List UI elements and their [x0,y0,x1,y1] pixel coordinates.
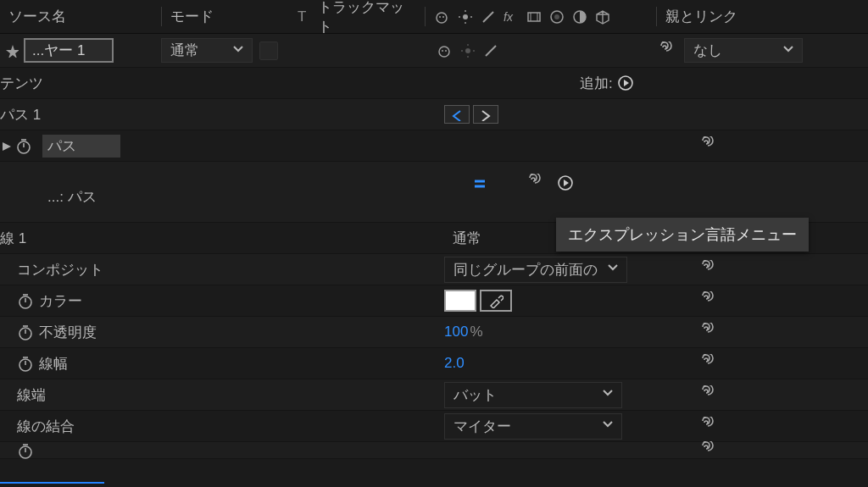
chevron-down-icon [783,46,793,56]
property-link-icon[interactable] [698,417,717,435]
property-link-icon[interactable] [698,385,717,404]
next-keyframe-button[interactable] [473,105,498,124]
composite-value: 同じグループの前面の [453,260,598,279]
color-row: カラー [0,285,868,317]
time-indicator-line [0,482,868,484]
line-join-value: マイター [453,417,511,436]
line-cap-dropdown[interactable]: バット [444,382,622,408]
col-source-name-label: ソース名 [8,7,66,26]
stopwatch-icon[interactable] [17,442,34,459]
quality-switch[interactable] [482,42,499,59]
col-track-matte-label: トラックマット [318,0,416,36]
shy-switch[interactable] [437,42,453,59]
blend-mode-dropdown[interactable]: 通常 [161,38,253,63]
line-join-dropdown[interactable]: マイター [444,413,622,440]
line-cap-value: バット [453,385,497,405]
parent-dropdown[interactable]: なし [684,38,803,63]
stroke-mode-dropdown[interactable]: 通常 [444,226,580,251]
col-mode-label: モード [170,7,214,26]
property-link-icon[interactable] [698,260,717,279]
composite-dropdown[interactable]: 同じグループの前面の [444,257,627,283]
contents-label: テンツ [0,74,580,93]
stopwatch-icon[interactable] [17,324,34,340]
path-group-row[interactable]: パス 1 [0,99,868,130]
stroke-width-label: 線幅 [39,354,68,374]
fx-icon [503,8,520,25]
expression-enable-icon[interactable] [473,176,487,190]
collapse-switch[interactable] [459,42,476,59]
parent-value: なし [693,41,722,60]
line-join-label: 線の結合 [0,417,444,436]
shy-icon [434,8,451,25]
expression-pickwhip-icon[interactable] [526,174,544,192]
expression-row: ...: パス [0,162,868,223]
stroke-mode-value: 通常 [453,229,481,248]
expression-language-menu-icon[interactable] [558,175,573,191]
line-join-row: 線の結合 マイター [0,411,868,442]
blend-mode-value: 通常 [170,41,199,60]
layer-name[interactable]: ...ヤー 1 [24,38,114,63]
eyedropper-button[interactable] [480,290,512,312]
keyframe-nav [444,105,498,124]
chevron-down-icon [603,390,613,400]
stroke-group-label: 線 1 [0,229,444,248]
col-track-matte[interactable]: トラックマット [309,0,425,33]
path-property-label: パス [42,135,120,158]
composite-label: コンポジット [0,260,444,279]
color-swatch[interactable] [444,290,476,312]
opacity-label: 不透明度 [39,323,97,342]
adjustment-icon [571,8,588,25]
shape-layer-star-icon [0,44,19,58]
collapse-icon [457,8,474,25]
property-link-icon[interactable] [698,441,717,460]
opacity-unit: % [470,324,482,340]
stopwatch-icon[interactable] [17,355,34,372]
chevron-down-icon [233,46,243,56]
line-cap-label: 線端 [0,385,444,405]
stroke-width-row: 線幅 2.0 [0,348,868,379]
switch-icons-header [426,0,656,33]
add-button-play-icon[interactable] [618,75,633,91]
frame-blend-icon [526,8,542,25]
col-parent-link[interactable]: 親とリンク [657,0,868,33]
prev-keyframe-button[interactable] [444,105,470,124]
twirl-icon[interactable] [0,140,12,152]
col-parent-link-label: 親とリンク [665,7,737,26]
opacity-value[interactable]: 100 [444,324,468,340]
stroke-group-row[interactable]: 線 1 通常 [0,223,868,254]
property-link-icon[interactable] [698,136,717,155]
three-d-icon [594,8,611,25]
add-label: 追加: [580,74,613,93]
chevron-down-icon [603,421,613,431]
parent-pickwhip-icon[interactable] [657,42,676,60]
path-group-label: パス 1 [0,105,444,125]
opacity-row: 不透明度 100% [0,317,868,348]
preserve-transparency-switch[interactable] [259,42,278,60]
motion-blur-icon [548,8,565,25]
property-link-icon[interactable] [698,354,717,373]
chevron-down-icon [608,264,618,274]
path-property-row[interactable]: パス [0,130,868,162]
col-preserve-transparency[interactable]: T [289,0,309,33]
line-cap-row: 線端 バット [0,379,868,411]
color-label: カラー [39,291,82,311]
property-link-icon[interactable] [698,323,717,341]
cutoff-row [0,442,868,459]
stopwatch-icon[interactable] [17,292,34,309]
stopwatch-icon[interactable] [15,137,32,154]
quality-icon [480,8,497,25]
composite-row: コンポジット 同じグループの前面の [0,254,868,285]
col-source-name[interactable]: ソース名 [0,0,161,33]
col-mode[interactable]: モード [162,0,289,33]
col-t-label: T [298,8,306,25]
contents-row[interactable]: テンツ 追加: [0,68,868,99]
layer-row[interactable]: ...ヤー 1 通常 なし [0,34,868,68]
timeline-columns-header: ソース名 モード T トラックマット 親とリンク [0,0,868,34]
stroke-width-value[interactable]: 2.0 [444,355,465,372]
property-link-icon[interactable] [698,291,717,310]
expression-label: ...: パス [0,174,444,207]
